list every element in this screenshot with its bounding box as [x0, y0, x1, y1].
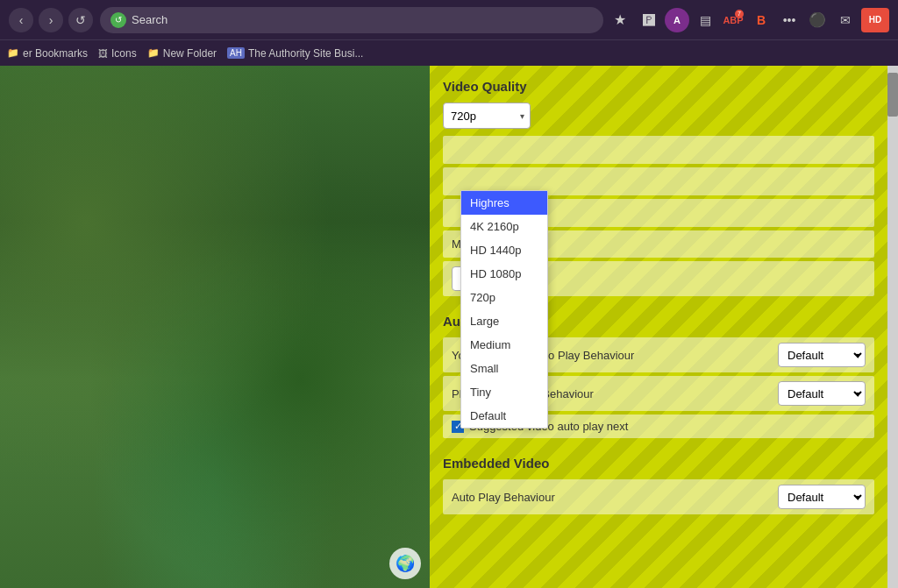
quality-select-wrapper: 720p ▾ [443, 103, 874, 129]
refresh-button[interactable]: ↺ [68, 8, 93, 32]
pocket2-icon[interactable]: ⚫ [805, 8, 830, 32]
bookmark-er-bookmarks[interactable]: 📁 er Bookmarks [7, 47, 88, 60]
bookmark-icons[interactable]: 🖼 Icons [98, 47, 137, 60]
pocket-icon[interactable]: 🅿 [637, 8, 661, 32]
quality-select-value: 720p [451, 110, 476, 123]
browser-nav-controls: ‹ › ↺ [9, 8, 93, 32]
video-overlay-button[interactable]: 🌍 [389, 548, 421, 579]
video-quality-section: Video Quality 720p ▾ Highres 4K 2160p HD… [443, 79, 874, 296]
abp-badge: 7 [735, 10, 744, 18]
hd-icon[interactable]: HD [861, 8, 889, 32]
embedded-autoplay-select-wrapper: Default Always Never [778, 485, 866, 509]
quality-option-hd1440p[interactable]: HD 1440p [461, 238, 547, 262]
embedded-autoplay-label: Auto Play Behaviour [452, 491, 555, 504]
quality-option-small[interactable]: Small [461, 357, 547, 380]
playlist-autoplay-select[interactable]: Default Always Never [778, 381, 866, 406]
quality-row-2 [443, 136, 874, 164]
address-bar[interactable]: ↺ Search [100, 7, 603, 33]
bookmark-label: The Authority Site Busi... [248, 47, 363, 60]
abp-icon[interactable]: ABP 7 [721, 8, 745, 32]
quality-select-row: 720p ▾ Highres 4K 2160p HD 1440p HD 1080… [443, 103, 874, 129]
quality-dropdown-menu: Highres 4K 2160p HD 1440p HD 1080p 720p … [460, 190, 548, 429]
scrollbar-thumb[interactable] [887, 73, 898, 117]
youtube-autoplay-select[interactable]: Default Always Never [778, 343, 866, 367]
quality-option-tiny[interactable]: Tiny [461, 380, 547, 404]
profile-icon[interactable]: A [665, 8, 689, 32]
more-icon[interactable]: ••• [777, 8, 802, 32]
folder2-icon: 📁 [147, 47, 160, 59]
quality-option-medium[interactable]: Medium [461, 333, 547, 357]
bookmark-label: Icons [111, 47, 137, 60]
video-quality-title: Video Quality [443, 79, 874, 94]
bookmark-new-folder[interactable]: 📁 New Folder [147, 47, 217, 60]
quality-option-default[interactable]: Default [461, 404, 547, 428]
quality-select[interactable]: 720p ▾ [443, 103, 531, 129]
embedded-video-title: Embedded Video [443, 456, 874, 471]
card-icon[interactable]: ▤ [693, 8, 717, 32]
video-texture [0, 66, 430, 588]
quality-option-large[interactable]: Large [461, 309, 547, 333]
toolbar-icons: 🅿 A ▤ ABP 7 B ••• ⚫ ✉ HD [637, 8, 889, 32]
brave-icon[interactable]: B [749, 8, 773, 32]
bookmark-star-icon[interactable]: ★ [610, 11, 630, 30]
browser-chrome: ‹ › ↺ ↺ Search ★ 🅿 A ▤ ABP 7 B ••• ⚫ ✉ H… [0, 0, 898, 39]
scrollbar-track[interactable] [887, 66, 898, 588]
back-button[interactable]: ‹ [9, 8, 33, 32]
bookmark-label: er Bookmarks [23, 47, 88, 60]
video-area: 🌍 [0, 66, 430, 588]
quality-option-highres[interactable]: Highres [461, 191, 547, 215]
forward-button[interactable]: › [39, 8, 63, 32]
main-content: 🌍 Video Quality 720p ▾ Highres 4K 2160p [0, 66, 898, 588]
embedded-video-section: Embedded Video Auto Play Behaviour Defau… [443, 456, 874, 514]
dropdown-arrow-icon: ▾ [520, 111, 524, 121]
playlist-autoplay-select-wrapper: Default Always Never [778, 381, 866, 406]
quality-option-720p[interactable]: 720p [461, 286, 547, 309]
embedded-autoplay-select[interactable]: Default Always Never [778, 485, 866, 509]
sync-icon: ↺ [110, 12, 126, 28]
address-text: Search [132, 13, 167, 26]
bookmark-authority[interactable]: AH The Authority Site Busi... [227, 47, 363, 60]
bookmark-label: New Folder [163, 47, 217, 60]
youtube-autoplay-select-wrapper: Default Always Never [778, 343, 866, 367]
embedded-autoplay-row: Auto Play Behaviour Default Always Never [443, 479, 874, 514]
mail-icon[interactable]: ✉ [833, 8, 858, 32]
ah-icon: AH [227, 47, 245, 59]
quality-option-4k[interactable]: 4K 2160p [461, 215, 547, 238]
settings-panel: Video Quality 720p ▾ Highres 4K 2160p HD… [430, 66, 887, 588]
image-icon: 🖼 [98, 48, 108, 59]
bookmarks-bar: 📁 er Bookmarks 🖼 Icons 📁 New Folder AH T… [0, 39, 898, 66]
quality-option-hd1080p[interactable]: HD 1080p [461, 262, 547, 286]
folder-icon: 📁 [7, 47, 19, 59]
